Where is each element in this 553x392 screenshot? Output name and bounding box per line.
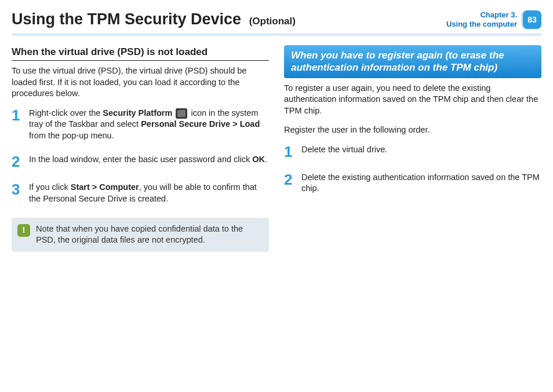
title-optional: (Optional): [249, 16, 296, 27]
step-body: In the load window, enter the basic user…: [29, 154, 269, 169]
breadcrumb-text: Chapter 3. Using the computer: [446, 10, 517, 28]
step-body: If you click Start > Computer, you will …: [29, 182, 269, 204]
text-bold: Security Platform: [103, 108, 172, 118]
page-header: Using the TPM Security Device (Optional)…: [0, 0, 553, 34]
step-number: 2: [12, 154, 23, 169]
text: .: [265, 155, 267, 164]
page-title: Using the TPM Security Device (Optional): [12, 10, 296, 28]
text-bold: Personal Secure Drive > Load: [141, 119, 260, 129]
step-body: Right-click over the Security Platform i…: [29, 108, 269, 142]
text: In the load window, enter the basic user…: [29, 155, 252, 164]
step-1: 1 Delete the virtual drive.: [284, 144, 541, 159]
step-body: Delete the existing authentication infor…: [301, 172, 541, 195]
note-box: ! Note that when you have copied confide…: [12, 218, 269, 252]
text: Right-click over the: [29, 108, 103, 118]
text-bold: Start > Computer: [71, 182, 139, 192]
alert-icon: !: [17, 224, 30, 237]
content-columns: When the virtual drive (PSD) is not load…: [0, 37, 553, 252]
text: If you click: [29, 182, 71, 192]
text-bold: OK: [252, 155, 265, 164]
left-intro: To use the virtual drive (PSD), the virt…: [12, 65, 269, 100]
section-rule: [12, 60, 269, 61]
left-steps: 1 Right-click over the Security Platform…: [12, 108, 269, 205]
right-steps: 1 Delete the virtual drive. 2 Delete the…: [284, 144, 541, 195]
title-main: Using the TPM Security Device: [12, 10, 241, 28]
step-1: 1 Right-click over the Security Platform…: [12, 108, 269, 142]
step-3: 3 If you click Start > Computer, you wil…: [12, 182, 269, 204]
step-body: Delete the virtual drive.: [301, 144, 541, 159]
step-number: 1: [284, 144, 296, 159]
step-number: 1: [12, 108, 23, 142]
note-text: Note that when you have copied confident…: [36, 224, 262, 246]
tpm-tray-icon: [176, 108, 187, 119]
page-number-badge: 83: [523, 10, 541, 29]
step-2: 2 Delete the existing authentication inf…: [284, 172, 541, 195]
step-number: 2: [284, 172, 296, 195]
breadcrumb: Chapter 3. Using the computer 83: [446, 10, 541, 29]
right-intro: To register a user again, you need to de…: [284, 83, 541, 117]
section-banner-right: When you have to register again (to eras…: [284, 45, 541, 78]
breadcrumb-line2: Using the computer: [446, 20, 517, 29]
step-number: 3: [12, 182, 23, 204]
left-column: When the virtual drive (PSD) is not load…: [12, 45, 269, 252]
right-lead: Register the user in the following order…: [284, 124, 541, 136]
breadcrumb-line1: Chapter 3.: [446, 10, 517, 20]
section-heading-left: When the virtual drive (PSD) is not load…: [12, 46, 269, 58]
right-column: When you have to register again (to eras…: [284, 45, 541, 252]
text: from the pop-up menu.: [29, 131, 114, 140]
step-2: 2 In the load window, enter the basic us…: [12, 154, 269, 169]
